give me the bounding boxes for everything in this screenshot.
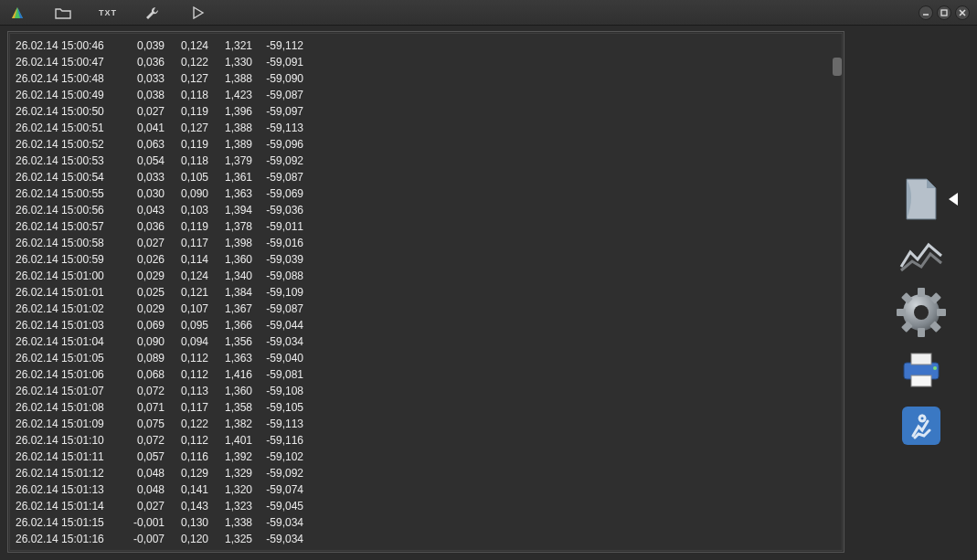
cell-b: 0,105 [165,169,208,185]
data-row: 26.02.14 15:00:460,0390,1241,321-59,112 [16,37,836,54]
cell-c: 1,361 [208,169,252,185]
svg-rect-8 [911,375,931,386]
data-row: 26.02.14 15:00:570,0360,1191,378-59,011 [16,218,836,235]
cell-a: 0,029 [123,268,165,284]
app-logo-icon[interactable] [7,4,27,22]
cell-ts: 26.02.14 15:01:09 [16,416,123,432]
scrollbar[interactable] [831,34,842,550]
cell-c: 1,329 [208,465,252,481]
svg-rect-5 [941,10,947,16]
cell-c: 1,340 [208,268,252,284]
cell-a: 0,072 [123,383,165,399]
cell-b: 0,117 [165,399,208,416]
exit-tool-icon[interactable] [897,403,945,449]
cell-c: 1,392 [208,449,252,465]
cell-d: -59,096 [252,136,303,153]
play-icon[interactable] [188,4,208,22]
cell-b: 0,112 [165,366,208,383]
cell-b: 0,122 [165,416,208,432]
data-row: 26.02.14 15:00:580,0270,1171,398-59,016 [16,235,836,251]
data-row: 26.02.14 15:01:060,0680,1121,416-59,081 [16,366,836,383]
cell-d: -59,040 [252,350,303,366]
cell-a: 0,057 [123,449,165,465]
cell-d: -59,112 [252,37,303,54]
window-minimize-icon[interactable] [919,5,933,20]
cell-b: 0,112 [165,350,208,366]
cell-d: -59,088 [252,268,303,284]
settings-tool-icon[interactable] [897,290,945,335]
cell-b: 0,127 [165,70,208,87]
data-row: 26.02.14 15:01:15-0,0010,1301,338-59,034 [16,514,836,531]
data-row: 26.02.14 15:00:500,0270,1191,396-59,097 [16,103,836,120]
cell-b: 0,116 [165,449,208,465]
cell-b: 0,130 [165,514,208,531]
wrench-icon[interactable] [143,4,163,22]
cell-c: 1,367 [208,301,252,317]
cell-a: 0,036 [123,54,165,70]
cell-a: 0,039 [123,37,165,54]
cell-d: -59,036 [252,202,303,218]
cell-c: 1,358 [208,399,252,416]
cell-d: -59,105 [252,399,303,416]
cell-b: 0,112 [165,432,208,449]
cell-ts: 26.02.14 15:00:53 [16,153,123,169]
cell-c: 1,398 [208,235,252,251]
cell-d: -59,113 [252,416,303,432]
data-row: 26.02.14 15:01:000,0290,1241,340-59,088 [16,268,836,284]
document-tool-active-arrow [949,193,958,206]
chart-tool-icon[interactable] [897,233,945,279]
cell-c: 1,363 [208,350,252,366]
cell-b: 0,119 [165,136,208,153]
cell-a: -0,007 [123,531,165,547]
cell-d: -59,016 [252,235,303,251]
txt-button[interactable]: TXT [99,8,117,17]
cell-d: -59,113 [252,120,303,136]
data-panel: 26.02.14 15:00:460,0390,1241,321-59,1122… [7,31,844,553]
document-tool-icon[interactable] [897,176,945,222]
window-close-icon[interactable] [955,5,970,20]
data-row: 26.02.14 15:00:480,0330,1271,388-59,090 [16,70,836,87]
cell-d: -59,109 [252,284,303,301]
data-row: 26.02.14 15:01:120,0480,1291,329-59,092 [16,465,836,481]
scrollbar-thumb[interactable] [833,58,842,76]
print-tool-icon[interactable] [897,346,945,392]
cell-ts: 26.02.14 15:01:02 [16,301,123,317]
cell-ts: 26.02.14 15:00:57 [16,218,123,235]
data-row: 26.02.14 15:01:030,0690,0951,366-59,044 [16,317,836,333]
cell-b: 0,119 [165,103,208,120]
cell-c: 1,325 [208,531,252,547]
cell-b: 0,117 [165,235,208,251]
cell-d: -59,034 [252,514,303,531]
data-list[interactable]: 26.02.14 15:00:460,0390,1241,321-59,1122… [9,33,843,551]
tool-palette [897,176,954,449]
cell-b: 0,090 [165,185,208,202]
cell-d: -59,074 [252,481,303,498]
cell-c: 1,379 [208,153,252,169]
cell-ts: 26.02.14 15:00:52 [16,136,123,153]
cell-a: 0,089 [123,350,165,366]
cell-ts: 26.02.14 15:00:56 [16,202,123,218]
data-row: 26.02.14 15:01:100,0720,1121,401-59,116 [16,432,836,449]
cell-b: 0,122 [165,54,208,70]
data-row: 26.02.14 15:01:130,0480,1411,320-59,074 [16,481,836,498]
window-maximize-icon[interactable] [937,5,951,20]
cell-ts: 26.02.14 15:00:46 [16,37,123,54]
data-row: 26.02.14 15:01:050,0890,1121,363-59,040 [16,350,836,366]
cell-ts: 26.02.14 15:00:48 [16,70,123,87]
cell-c: 1,366 [208,317,252,333]
cell-d: -59,102 [252,449,303,465]
cell-d: -59,039 [252,251,303,268]
cell-ts: 26.02.14 15:01:15 [16,514,123,531]
cell-a: 0,069 [123,317,165,333]
cell-ts: 26.02.14 15:01:12 [16,465,123,481]
data-row: 26.02.14 15:01:010,0250,1211,384-59,109 [16,284,836,301]
folder-icon[interactable] [53,4,73,22]
cell-b: 0,114 [165,251,208,268]
window-controls [919,5,970,20]
data-row: 26.02.14 15:01:140,0270,1431,323-59,045 [16,498,836,514]
cell-c: 1,338 [208,514,252,531]
cell-b: 0,118 [165,87,208,103]
cell-c: 1,389 [208,136,252,153]
cell-ts: 26.02.14 15:01:06 [16,366,123,383]
cell-a: 0,054 [123,153,165,169]
